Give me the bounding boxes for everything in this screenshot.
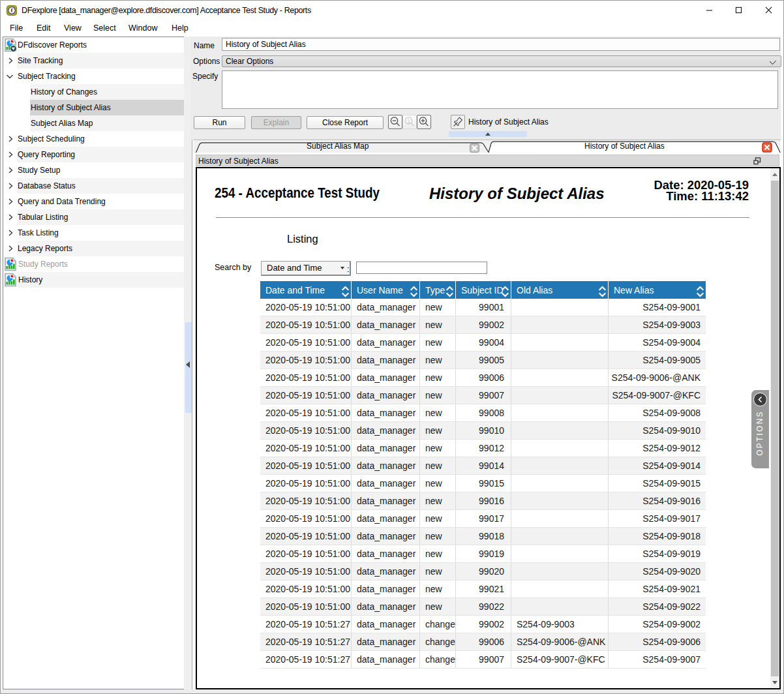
svg-text:1: 1 (407, 118, 410, 125)
